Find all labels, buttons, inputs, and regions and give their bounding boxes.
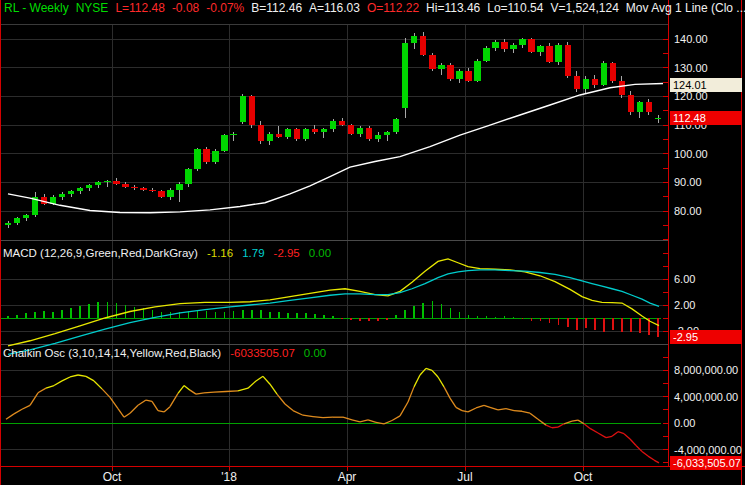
candle-body: [546, 46, 552, 62]
candle-body: [131, 187, 137, 188]
chaikin-line-segment: [522, 411, 530, 413]
chaikin-line-segment: [22, 405, 30, 409]
chart-canvas[interactable]: 140.00130.00120.00110.00100.0090.0080.00…: [0, 0, 745, 485]
candle-body: [375, 135, 381, 139]
chaikin-line-segment: [408, 387, 414, 402]
candle-body: [258, 125, 264, 141]
candle-body: [501, 42, 507, 49]
chaikin-line-segment: [360, 420, 368, 422]
bid-value: B=112.46: [251, 1, 302, 15]
candle-body: [384, 132, 390, 135]
chaikin-line-segment: [612, 432, 618, 437]
chaikin-line-segment: [368, 420, 376, 423]
candle-body: [86, 185, 92, 188]
candle-body: [438, 65, 444, 69]
chaikin-line-segment: [648, 456, 654, 460]
candle-body: [113, 181, 119, 184]
chaikin-line-segment: [130, 405, 138, 413]
volume-value: V=1,524,124: [550, 1, 618, 15]
candle-body: [249, 96, 255, 125]
chaikin-line-segment: [462, 411, 468, 412]
chaikin-line-segment: [313, 417, 323, 418]
chaikin-line-segment: [14, 409, 22, 414]
chaikin-line-segment: [94, 381, 102, 389]
chaikin-line-segment: [636, 446, 642, 452]
overlay-indicator-label: Mov Avg 1 Line (Clo ...: [626, 1, 745, 15]
signal-line: [8, 270, 659, 355]
candle-body: [592, 79, 598, 85]
chaikin-line-segment: [118, 409, 124, 418]
chaikin-line-segment: [263, 376, 270, 384]
chaikin-line-segment: [70, 375, 78, 377]
chaikin-line-segment: [277, 394, 285, 404]
macd-indicator-label: MACD (12,26,9,Green,Red,DarkGray)-1.161.…: [3, 247, 340, 259]
candle-body: [565, 45, 571, 77]
chaikin-line-segment: [484, 405, 490, 407]
price-change-pct: -0.07%: [206, 1, 244, 15]
chaikin-line-segment: [400, 402, 408, 416]
chaikin-line-segment: [584, 424, 590, 429]
chaikin-line-segment: [572, 420, 578, 421]
chaikin-line-segment: [352, 420, 360, 422]
candle-body: [619, 81, 625, 95]
candle-body: [158, 191, 164, 197]
chaikin-line-segment: [190, 390, 196, 394]
candle-body: [465, 71, 471, 81]
chaikin-line-segment: [178, 386, 184, 394]
candle-body: [5, 223, 11, 226]
candle-body: [393, 119, 399, 132]
chaikin-line-segment: [146, 400, 152, 401]
chaikin-line-segment: [624, 434, 630, 439]
candle-body: [285, 129, 291, 136]
chaikin-line-segment: [164, 407, 170, 412]
chaikin-line-segment: [432, 370, 438, 377]
chaikin-line-segment: [468, 408, 476, 412]
candle-body: [176, 184, 182, 190]
price-change-value: -0.08: [172, 1, 199, 15]
candle-body: [194, 149, 200, 169]
candle-body: [276, 134, 282, 137]
candle-body: [303, 129, 309, 139]
chaikin-line-segment: [538, 419, 546, 425]
macd-zero-value: 0.00: [309, 247, 331, 259]
moving-average-line: [8, 83, 663, 212]
candle-body: [122, 184, 128, 187]
macd-line-value: -1.16: [207, 247, 233, 259]
chaikin-line-segment: [6, 414, 14, 419]
candle-body: [583, 79, 589, 89]
low-value: Lo=110.54: [487, 1, 543, 15]
chaikin-line-segment: [86, 376, 94, 381]
candle-body: [483, 48, 489, 61]
chaikin-line-segment: [256, 376, 263, 381]
candle-body: [655, 118, 661, 119]
chaikin-line-segment: [590, 428, 598, 433]
candle-body: [339, 121, 345, 125]
ask-value: A=116.03: [309, 1, 360, 15]
chaikin-line-segment: [546, 425, 552, 428]
candle-body: [140, 188, 146, 189]
price-axis-drag-area[interactable]: [668, 25, 745, 467]
chaikin-line-segment: [124, 413, 130, 417]
candle-body: [167, 190, 173, 197]
chaikin-line-segment: [285, 404, 293, 411]
candle-body: [646, 102, 652, 112]
candle-body: [330, 121, 336, 130]
trading-chart-window: RL - WeeklyNYSEL=112.48-0.08-0.07%B=112.…: [0, 0, 745, 485]
chaikin-line-segment: [420, 368, 426, 375]
macd-indicator-name: MACD (12,26,9,Green,Red,DarkGray): [3, 247, 198, 259]
chaikin-line-segment: [170, 393, 178, 406]
exchange-label: NYSE: [76, 1, 109, 15]
chaikin-line-segment: [54, 381, 62, 386]
candle-body: [221, 135, 227, 151]
open-value: O=112.22: [367, 1, 419, 15]
candle-body: [149, 190, 155, 191]
candle-body: [212, 151, 218, 162]
chaikin-line-segment: [226, 391, 238, 392]
candle-body: [230, 134, 236, 135]
quote-header: RL - WeeklyNYSEL=112.48-0.08-0.07%B=112.…: [4, 1, 745, 15]
time-axis-drag-area[interactable]: [0, 467, 668, 485]
chaikin-line-segment: [558, 424, 564, 427]
chaikin-line-segment: [214, 391, 226, 392]
chaikin-zero-value: 0.00: [304, 347, 326, 359]
chaikin-value: -6033505.07: [230, 347, 295, 359]
